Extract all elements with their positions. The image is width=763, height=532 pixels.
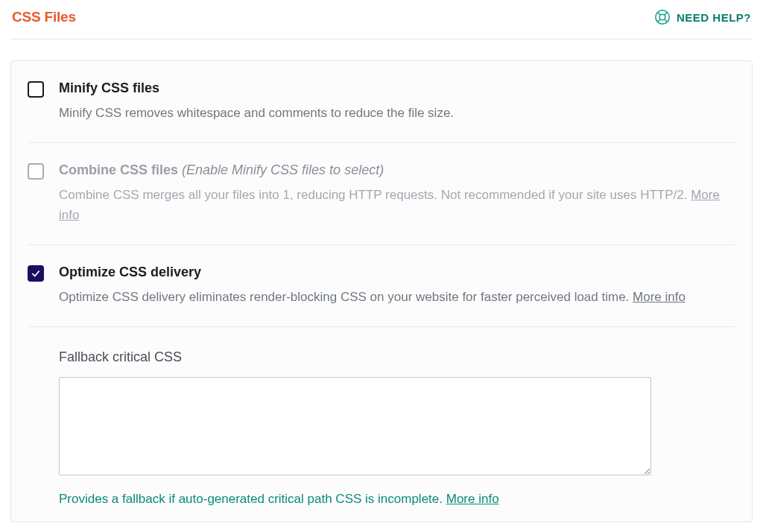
fallback-critical-css-section: Fallback critical CSS Provides a fallbac… xyxy=(28,349,735,507)
more-info-link[interactable]: More info xyxy=(446,492,499,506)
option-title: Combine CSS files (Enable Minify CSS fil… xyxy=(59,162,735,178)
option-description: Minify CSS removes whitespace and commen… xyxy=(59,104,735,123)
fallback-help-text: Provides a fallback if auto-generated cr… xyxy=(59,492,721,507)
fallback-help-message: Provides a fallback if auto-generated cr… xyxy=(59,492,443,506)
option-title: Optimize CSS delivery xyxy=(59,265,735,280)
option-body: Optimize CSS delivery Optimize CSS deliv… xyxy=(59,265,735,307)
fallback-critical-css-textarea[interactable] xyxy=(59,377,651,475)
need-help-label: NEED HELP? xyxy=(677,11,751,24)
svg-line-2 xyxy=(658,13,661,16)
option-description-text: Combine CSS merges all your files into 1… xyxy=(59,188,687,202)
combine-css-checkbox xyxy=(28,163,44,180)
section-header: CSS Files NEED HELP? xyxy=(10,0,753,39)
svg-line-3 xyxy=(665,13,668,16)
svg-point-0 xyxy=(656,10,669,24)
option-body: Minify CSS files Minify CSS removes whit… xyxy=(59,80,735,123)
option-title: Minify CSS files xyxy=(59,80,735,96)
fallback-label: Fallback critical CSS xyxy=(59,349,721,365)
svg-line-4 xyxy=(658,19,661,22)
svg-point-1 xyxy=(659,14,665,20)
option-title-text: Combine CSS files xyxy=(59,162,178,177)
css-options-panel: Minify CSS files Minify CSS removes whit… xyxy=(10,60,753,522)
checkmark-icon xyxy=(31,268,41,279)
help-icon xyxy=(654,9,671,25)
more-info-link[interactable]: More info xyxy=(633,290,686,304)
svg-line-5 xyxy=(665,19,668,22)
section-title: CSS Files xyxy=(12,9,76,25)
option-condition-note: (Enable Minify CSS files to select) xyxy=(182,162,384,177)
option-description: Combine CSS merges all your files into 1… xyxy=(59,186,735,225)
option-optimize-css: Optimize CSS delivery Optimize CSS deliv… xyxy=(28,265,735,327)
option-description: Optimize CSS delivery eliminates render-… xyxy=(59,288,735,307)
option-body: Combine CSS files (Enable Minify CSS fil… xyxy=(59,162,735,225)
minify-css-checkbox[interactable] xyxy=(28,81,44,98)
option-description-text: Optimize CSS delivery eliminates render-… xyxy=(59,290,629,304)
need-help-link[interactable]: NEED HELP? xyxy=(654,9,751,25)
option-combine-css: Combine CSS files (Enable Minify CSS fil… xyxy=(28,162,735,245)
option-minify-css: Minify CSS files Minify CSS removes whit… xyxy=(28,80,735,143)
optimize-css-checkbox[interactable] xyxy=(28,265,44,282)
